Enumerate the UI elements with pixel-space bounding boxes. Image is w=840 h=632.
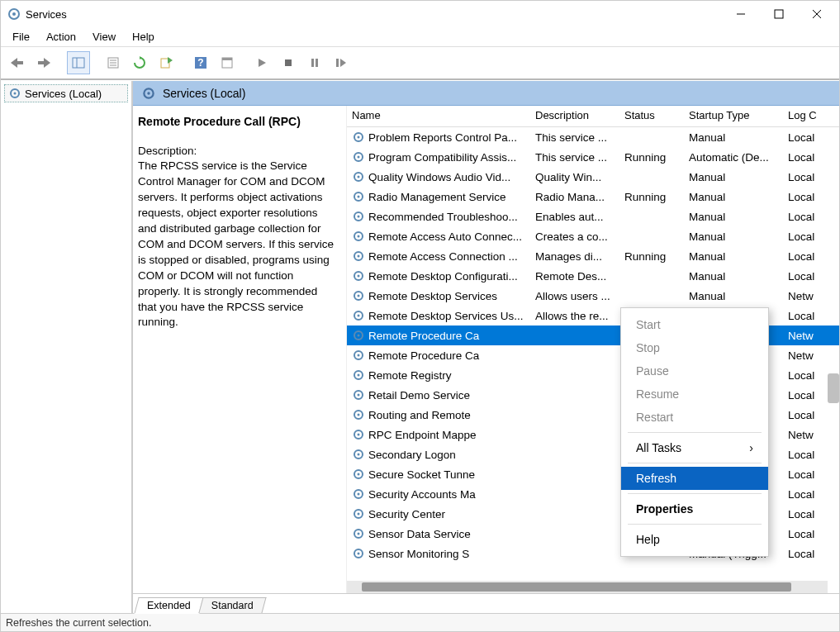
- gear-icon: [352, 249, 365, 263]
- ctx-pause: Pause: [621, 359, 768, 383]
- tab-standard[interactable]: Standard: [198, 597, 266, 613]
- service-description: Allows the re...: [530, 308, 619, 324]
- main: Services (Local) Services (Local) Remote…: [1, 80, 839, 613]
- gear-icon: [352, 527, 365, 540]
- svg-marker-18: [168, 57, 173, 64]
- help-button[interactable]: ?: [189, 51, 212, 74]
- service-row[interactable]: Remote Access Auto Connec...Creates a co…: [347, 226, 839, 246]
- minimize-button[interactable]: [722, 1, 760, 27]
- export-button[interactable]: [154, 51, 178, 74]
- service-name: Secondary Logon: [368, 449, 456, 461]
- col-description[interactable]: Description: [530, 106, 619, 126]
- service-row[interactable]: Radio Management ServiceRadio Mana...Run…: [347, 187, 839, 207]
- service-description: Radio Mana...: [530, 189, 619, 205]
- service-description: [530, 354, 619, 357]
- service-status: [619, 175, 684, 178]
- svg-point-62: [358, 414, 360, 416]
- svg-point-38: [358, 176, 360, 178]
- service-status: [619, 235, 684, 238]
- ctx-help[interactable]: Help: [621, 528, 768, 551]
- menu-view[interactable]: View: [84, 29, 124, 45]
- close-button[interactable]: [798, 1, 836, 27]
- ctx-stop: Stop: [621, 336, 768, 359]
- menu-file[interactable]: File: [4, 29, 38, 45]
- service-status: [619, 215, 684, 218]
- play-button[interactable]: [250, 51, 273, 74]
- service-startup: Manual: [684, 288, 783, 304]
- service-row[interactable]: Remote Desktop ServicesAllows users ...M…: [347, 286, 839, 306]
- ctx-properties[interactable]: Properties: [621, 497, 768, 520]
- service-logon: Local: [783, 506, 824, 522]
- service-row[interactable]: Program Compatibility Assis...This servi…: [347, 147, 839, 167]
- service-logon: Local: [783, 487, 824, 502]
- tree-item-label: Services (Local): [25, 88, 102, 100]
- gear-icon: [352, 131, 365, 144]
- svg-point-46: [358, 255, 360, 258]
- tab-extended[interactable]: Extended: [134, 597, 203, 614]
- ctx-start: Start: [621, 313, 768, 336]
- service-row[interactable]: Remote Desktop Configurati...Remote Des.…: [347, 266, 839, 286]
- service-status: Running: [619, 150, 684, 165]
- titlebar: Services: [1, 1, 839, 27]
- col-startup-type[interactable]: Startup Type: [684, 106, 783, 126]
- service-startup: Manual: [684, 229, 783, 245]
- service-status: Running: [619, 189, 684, 205]
- service-name: Security Accounts Ma: [368, 488, 476, 501]
- col-name[interactable]: Name: [347, 106, 530, 126]
- col-logon[interactable]: Log C: [783, 106, 824, 126]
- svg-point-42: [358, 216, 360, 218]
- ctx-all-tasks[interactable]: All Tasks›: [621, 436, 768, 459]
- service-row[interactable]: Recommended Troubleshoo...Enables aut...…: [347, 207, 839, 226]
- service-description: [530, 473, 619, 476]
- service-row[interactable]: Problem Reports Control Pa...This servic…: [347, 127, 839, 147]
- show-hide-button[interactable]: [102, 51, 125, 74]
- svg-point-34: [358, 136, 360, 139]
- svg-point-44: [358, 235, 360, 238]
- menu-help[interactable]: Help: [124, 29, 163, 45]
- service-name: Remote Procedure Ca: [368, 330, 479, 342]
- svg-rect-22: [222, 58, 232, 60]
- context-menu: StartStopPauseResumeRestartAll Tasks›Ref…: [620, 307, 769, 557]
- tree-item-services-local[interactable]: Services (Local): [4, 84, 128, 102]
- service-description: [530, 413, 619, 416]
- stop-button[interactable]: [277, 51, 300, 74]
- back-button[interactable]: [6, 51, 29, 74]
- gear-icon: [352, 487, 365, 501]
- service-name: Security Center: [368, 508, 445, 520]
- gear-icon: [352, 507, 365, 520]
- up-tree-button[interactable]: [67, 51, 90, 74]
- service-startup: Manual: [684, 130, 783, 145]
- gear-icon: [352, 388, 365, 402]
- pause-button[interactable]: [303, 51, 326, 74]
- gear-icon: [352, 150, 365, 164]
- service-row[interactable]: Quality Windows Audio Vid...Quality Win.…: [347, 167, 839, 187]
- service-logon: Local: [783, 209, 824, 225]
- service-startup: Manual: [684, 189, 783, 205]
- svg-marker-6: [11, 58, 17, 68]
- svg-rect-26: [316, 59, 318, 67]
- service-logon: Local: [783, 268, 824, 284]
- ctx-refresh[interactable]: Refresh: [621, 467, 768, 490]
- svg-text:?: ?: [197, 57, 203, 69]
- service-row[interactable]: Remote Access Connection ...Manages di..…: [347, 246, 839, 266]
- forward-button[interactable]: [32, 51, 55, 74]
- maximize-button[interactable]: [760, 1, 798, 27]
- service-name: Quality Windows Audio Vid...: [368, 171, 510, 183]
- col-status[interactable]: Status: [619, 106, 684, 126]
- svg-point-56: [358, 354, 360, 357]
- service-status: [619, 135, 684, 139]
- restart-button[interactable]: [330, 51, 353, 74]
- vertical-scrollbar-thumb[interactable]: [828, 373, 839, 403]
- service-logon: Local: [783, 407, 824, 423]
- statusbar: Refreshes the current selection.: [1, 613, 839, 631]
- refresh-button[interactable]: [128, 51, 151, 74]
- menu-action[interactable]: Action: [38, 29, 84, 45]
- service-name: Routing and Remote: [368, 409, 471, 421]
- properties-button[interactable]: [216, 51, 239, 74]
- tree-pane: Services (Local): [1, 81, 133, 613]
- service-status: [619, 274, 684, 278]
- service-description: Quality Win...: [530, 169, 619, 185]
- chevron-right-icon: ›: [749, 441, 753, 454]
- service-name: Problem Reports Control Pa...: [368, 131, 517, 144]
- horizontal-scrollbar[interactable]: [347, 581, 828, 593]
